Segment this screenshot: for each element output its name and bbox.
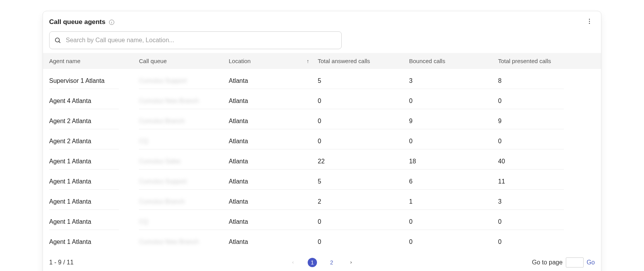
card-header: Call queue agents bbox=[43, 18, 601, 31]
goto-page-label: Go to page bbox=[532, 259, 562, 266]
cell-answered: 0 bbox=[318, 93, 409, 109]
cell-queue: CQ bbox=[139, 214, 229, 230]
svg-point-6 bbox=[55, 38, 60, 42]
table-row: Agent 1 AtlantaCumulus BranchAtlanta213 bbox=[49, 190, 595, 210]
table-row: Agent 1 AtlantaCumulus New BranchAtlanta… bbox=[49, 230, 595, 250]
cell-bounced: 0 bbox=[409, 134, 498, 149]
cell-agent: Agent 1 Atlanta bbox=[49, 214, 119, 230]
pagination-range: 1 - 9 / 11 bbox=[49, 259, 74, 266]
column-header-queue[interactable]: Call queue bbox=[139, 58, 229, 64]
svg-point-2 bbox=[111, 21, 112, 21]
goto-page-go-button[interactable]: Go bbox=[587, 259, 595, 266]
cell-queue: Cumulus Branch bbox=[139, 194, 229, 210]
cell-location: Atlanta bbox=[229, 73, 318, 89]
search-icon bbox=[54, 37, 61, 44]
cell-agent: Agent 1 Atlanta bbox=[49, 234, 119, 250]
cell-bounced: 0 bbox=[409, 93, 498, 109]
table-body: Supervisor 1 AtlantaCumulus SupportAtlan… bbox=[43, 69, 601, 250]
cell-answered: 0 bbox=[318, 214, 409, 230]
cell-queue: Cumulus Sales bbox=[139, 154, 229, 170]
cell-location: Atlanta bbox=[229, 134, 318, 149]
cell-queue: CQ bbox=[139, 134, 229, 149]
cell-presented: 0 bbox=[498, 214, 564, 230]
cell-queue: Cumulus New Branch bbox=[139, 93, 229, 109]
table-row: Supervisor 1 AtlantaCumulus SupportAtlan… bbox=[49, 69, 595, 89]
cell-answered: 5 bbox=[318, 73, 409, 89]
cell-bounced: 6 bbox=[409, 174, 498, 190]
agents-table: Agent name Call queue Location ↑ Total a… bbox=[43, 53, 601, 250]
pager-prev-button[interactable] bbox=[288, 258, 298, 267]
cell-location: Atlanta bbox=[229, 93, 318, 109]
pager: 12 bbox=[288, 258, 356, 267]
cell-bounced: 18 bbox=[409, 154, 498, 170]
cell-location: Atlanta bbox=[229, 113, 318, 129]
cell-presented: 0 bbox=[498, 93, 564, 109]
cell-agent: Agent 2 Atlanta bbox=[49, 134, 119, 149]
cell-bounced: 0 bbox=[409, 214, 498, 230]
cell-queue: Cumulus Branch bbox=[139, 113, 229, 129]
cell-answered: 0 bbox=[318, 113, 409, 129]
column-header-bounced[interactable]: Bounced calls bbox=[409, 58, 498, 64]
pager-next-button[interactable] bbox=[346, 258, 356, 267]
cell-presented: 40 bbox=[498, 154, 564, 170]
column-header-answered[interactable]: Total answered calls bbox=[318, 58, 409, 64]
page-number-1[interactable]: 1 bbox=[308, 258, 317, 267]
cell-answered: 5 bbox=[318, 174, 409, 190]
page-number-2[interactable]: 2 bbox=[327, 258, 336, 267]
cell-presented: 9 bbox=[498, 113, 564, 129]
cell-bounced: 1 bbox=[409, 194, 498, 210]
column-header-presented[interactable]: Total presented calls bbox=[498, 58, 564, 64]
cell-location: Atlanta bbox=[229, 214, 318, 230]
cell-agent: Supervisor 1 Atlanta bbox=[49, 73, 119, 89]
cell-presented: 0 bbox=[498, 234, 564, 250]
cell-queue: Cumulus Support bbox=[139, 73, 229, 89]
card-title: Call queue agents bbox=[49, 18, 105, 26]
table-row: Agent 1 AtlantaCumulus SupportAtlanta561… bbox=[49, 170, 595, 190]
table-footer: 1 - 9 / 11 12 Go to page Go bbox=[43, 250, 601, 269]
cell-agent: Agent 1 Atlanta bbox=[49, 174, 119, 190]
cell-location: Atlanta bbox=[229, 234, 318, 250]
table-row: Agent 2 AtlantaCumulus BranchAtlanta099 bbox=[49, 109, 595, 129]
cell-agent: Agent 2 Atlanta bbox=[49, 113, 119, 129]
cell-queue: Cumulus Support bbox=[139, 174, 229, 190]
sort-ascending-icon: ↑ bbox=[307, 58, 309, 64]
svg-point-3 bbox=[589, 19, 590, 20]
table-row: Agent 1 AtlantaCQAtlanta000 bbox=[49, 210, 595, 230]
cell-location: Atlanta bbox=[229, 174, 318, 190]
goto-page: Go to page Go bbox=[532, 257, 595, 268]
svg-point-4 bbox=[589, 21, 590, 22]
more-options-button[interactable] bbox=[585, 17, 594, 26]
column-header-location-label: Location bbox=[229, 58, 251, 64]
column-header-location[interactable]: Location ↑ bbox=[229, 58, 318, 64]
cell-answered: 2 bbox=[318, 194, 409, 210]
table-header: Agent name Call queue Location ↑ Total a… bbox=[43, 53, 601, 69]
call-queue-agents-card: Call queue agents bbox=[43, 11, 601, 271]
cell-location: Atlanta bbox=[229, 194, 318, 210]
cell-bounced: 9 bbox=[409, 113, 498, 129]
table-row: Agent 4 AtlantaCumulus New BranchAtlanta… bbox=[49, 89, 595, 109]
cell-agent: Agent 1 Atlanta bbox=[49, 154, 119, 170]
svg-point-5 bbox=[589, 23, 590, 24]
cell-presented: 11 bbox=[498, 174, 564, 190]
cell-location: Atlanta bbox=[229, 154, 318, 170]
cell-bounced: 3 bbox=[409, 73, 498, 89]
table-row: Agent 2 AtlantaCQAtlanta000 bbox=[49, 129, 595, 149]
table-row: Agent 1 AtlantaCumulus SalesAtlanta22184… bbox=[49, 149, 595, 170]
cell-bounced: 0 bbox=[409, 234, 498, 250]
column-header-agent[interactable]: Agent name bbox=[49, 58, 139, 64]
cell-answered: 22 bbox=[318, 154, 409, 170]
cell-presented: 3 bbox=[498, 194, 564, 210]
cell-answered: 0 bbox=[318, 234, 409, 250]
info-icon[interactable] bbox=[108, 19, 115, 25]
cell-presented: 0 bbox=[498, 134, 564, 149]
goto-page-input[interactable] bbox=[566, 257, 584, 268]
search-box[interactable] bbox=[49, 31, 342, 49]
cell-queue: Cumulus New Branch bbox=[139, 234, 229, 250]
cell-agent: Agent 1 Atlanta bbox=[49, 194, 119, 210]
cell-answered: 0 bbox=[318, 134, 409, 149]
svg-line-7 bbox=[59, 41, 60, 43]
cell-agent: Agent 4 Atlanta bbox=[49, 93, 119, 109]
cell-presented: 8 bbox=[498, 73, 564, 89]
search-input[interactable] bbox=[65, 36, 337, 44]
